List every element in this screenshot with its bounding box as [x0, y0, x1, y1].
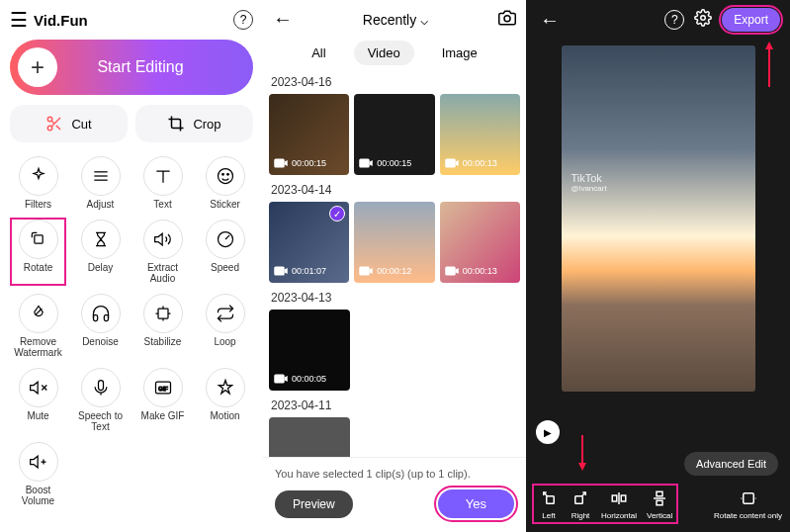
- sticker-icon: [206, 156, 245, 196]
- chevron-down-icon: ⌵: [420, 12, 428, 28]
- tool-text[interactable]: Text: [134, 154, 191, 212]
- rotate-left-icon: [538, 488, 560, 509]
- svg-rect-14: [158, 309, 168, 318]
- svg-line-3: [56, 126, 60, 130]
- video-thumbnail[interactable]: 00:00:13: [440, 94, 520, 175]
- boost-icon: [19, 442, 58, 482]
- rotate-horizontal-button[interactable]: Horizontal: [601, 488, 637, 520]
- tool-speed[interactable]: Speed: [197, 218, 253, 286]
- stabilize-icon: [143, 294, 183, 333]
- svg-text:GIF: GIF: [158, 386, 168, 392]
- editor-help-icon[interactable]: ?: [664, 10, 684, 30]
- play-button[interactable]: ▶: [536, 420, 560, 444]
- tool-loop[interactable]: Loop: [197, 292, 253, 360]
- help-icon[interactable]: ?: [233, 10, 253, 30]
- svg-rect-30: [575, 496, 583, 504]
- duration-badge: 00:00:15: [357, 154, 411, 172]
- tool-mute[interactable]: Mute: [10, 366, 66, 434]
- tool-label: Rotate: [24, 262, 52, 273]
- plus-icon: +: [18, 47, 57, 87]
- annotation-arrow-rotate: [581, 435, 583, 469]
- settings-icon[interactable]: [694, 9, 712, 31]
- menu-icon[interactable]: ☰: [10, 8, 28, 32]
- rotate-content-only-button[interactable]: Rotate content only: [714, 488, 782, 520]
- video-thumbnail[interactable]: 00:00:15: [269, 94, 349, 175]
- tool-label: Adjust: [87, 199, 115, 210]
- tool-boost[interactable]: Boost Volume: [10, 440, 66, 508]
- duration-badge: 00:00:05: [272, 370, 326, 388]
- tab-all[interactable]: All: [298, 41, 339, 65]
- tool-stabilize[interactable]: Stabilize: [134, 292, 191, 360]
- svg-rect-11: [34, 235, 42, 243]
- cut-button[interactable]: Cut: [10, 105, 128, 142]
- svg-rect-17: [98, 381, 103, 391]
- svg-point-1: [48, 126, 53, 131]
- home-panel: ☰ Vid.Fun ? + Start Editing Cut Crop Fil…: [0, 0, 263, 532]
- album-dropdown[interactable]: Recently ⌵: [363, 12, 428, 28]
- advanced-edit-button[interactable]: Advanced Edit: [684, 452, 778, 476]
- duration-badge: 00:00:15: [272, 154, 326, 172]
- back-icon[interactable]: ←: [269, 8, 297, 31]
- gallery-date: 2023-04-16: [269, 75, 520, 89]
- crop-button[interactable]: Crop: [135, 105, 253, 142]
- tool-label: Delay: [88, 262, 114, 273]
- tab-image[interactable]: Image: [428, 41, 491, 65]
- tool-hourglass[interactable]: Delay: [72, 218, 129, 286]
- crop-icon: [167, 115, 185, 133]
- motion-icon: [206, 368, 245, 407]
- svg-rect-34: [657, 500, 662, 505]
- video-thumbnail[interactable]: 00:00:05: [269, 310, 350, 391]
- tool-audio[interactable]: Extract Audio: [134, 218, 191, 286]
- tool-sticker[interactable]: Sticker: [197, 154, 253, 212]
- gallery-date: 2023-04-13: [269, 291, 520, 305]
- tab-video[interactable]: Video: [354, 41, 414, 65]
- tool-rotate[interactable]: Rotate: [10, 218, 66, 286]
- text-icon: [143, 156, 183, 196]
- tool-label: Filters: [25, 199, 51, 210]
- start-editing-button[interactable]: + Start Editing: [10, 40, 253, 95]
- tool-headphones[interactable]: Denoise: [72, 292, 129, 360]
- tool-adjust[interactable]: Adjust: [72, 154, 129, 212]
- video-thumbnail[interactable]: 00:00:13: [440, 202, 520, 283]
- tool-gif[interactable]: GIFMake GIF: [134, 366, 191, 434]
- gallery-date: 2023-04-11: [269, 399, 520, 412]
- preview-button[interactable]: Preview: [275, 490, 353, 518]
- rotate-vertical-button[interactable]: Vertical: [647, 488, 672, 520]
- crop-label: Crop: [193, 117, 220, 132]
- tool-sparkle[interactable]: Filters: [10, 154, 66, 212]
- svg-point-0: [48, 117, 53, 122]
- yes-button[interactable]: Yes: [438, 489, 514, 518]
- tool-label: Motion: [210, 410, 239, 421]
- video-thumbnail[interactable]: 00:00:12: [354, 202, 434, 283]
- tool-droplet[interactable]: Remove Watermark: [10, 292, 66, 360]
- tool-label: Speed: [211, 262, 239, 273]
- svg-rect-23: [445, 159, 456, 168]
- speech-icon: [81, 368, 121, 407]
- tool-label: Stabilize: [144, 336, 182, 347]
- rotate-right-button[interactable]: Right: [570, 488, 591, 520]
- svg-point-20: [504, 15, 510, 21]
- tool-label: Extract Audio: [136, 262, 189, 284]
- camera-icon[interactable]: [494, 9, 520, 31]
- editor-back-icon[interactable]: ←: [536, 9, 564, 32]
- video-thumbnail[interactable]: 00:00:15: [354, 94, 434, 175]
- tool-label: Boost Volume: [12, 485, 64, 506]
- duration-badge: 00:00:12: [357, 262, 411, 280]
- droplet-icon: [19, 294, 58, 333]
- svg-rect-22: [360, 159, 371, 168]
- svg-point-8: [218, 169, 232, 184]
- mute-icon: [19, 368, 58, 407]
- svg-rect-32: [621, 495, 626, 501]
- video-preview-area: TikTok @lvancart: [526, 40, 790, 416]
- tool-speech[interactable]: Speech to Text: [72, 366, 129, 434]
- gallery-panel: ← Recently ⌵ All Video Image 2023-04-160…: [263, 0, 526, 532]
- speed-icon: [206, 220, 245, 259]
- export-button[interactable]: Export: [722, 8, 780, 32]
- tool-motion[interactable]: Motion: [197, 366, 253, 434]
- audio-icon: [143, 220, 183, 259]
- cut-label: Cut: [71, 117, 91, 132]
- video-preview[interactable]: TikTok @lvancart: [562, 45, 755, 392]
- tool-label: Remove Watermark: [12, 336, 64, 358]
- rotate-left-button[interactable]: Left: [538, 488, 560, 520]
- video-thumbnail[interactable]: 00:01:07✓: [269, 202, 349, 283]
